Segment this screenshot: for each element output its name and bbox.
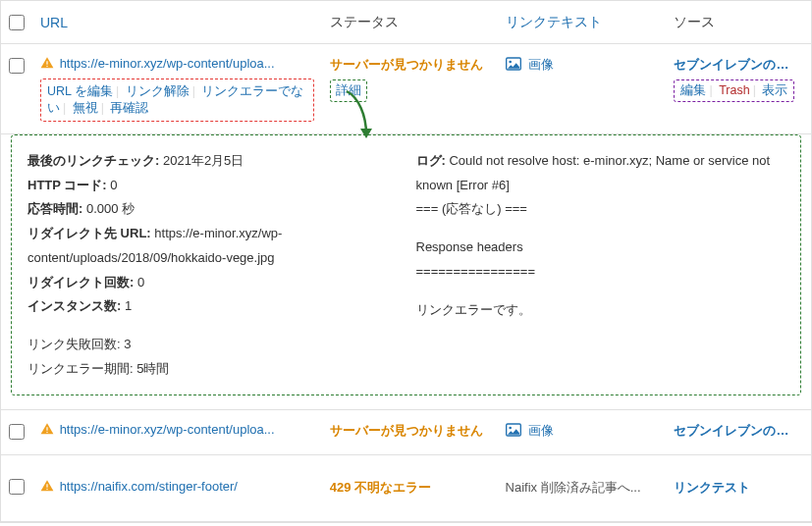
svg-rect-0: [46, 61, 47, 65]
url-link[interactable]: https://naifix.com/stinger-footer/: [60, 479, 238, 494]
row-checkbox[interactable]: [9, 424, 25, 440]
url-link[interactable]: https://e-minor.xyz/wp-content/uploa...: [60, 56, 275, 71]
recheck-action[interactable]: 再確認: [110, 101, 148, 115]
svg-point-7: [509, 427, 512, 430]
source-link[interactable]: セブンイレブンのカ...: [674, 422, 791, 440]
source-actions-box: 編集| Trash| 表示: [674, 79, 794, 102]
image-icon: [506, 57, 521, 74]
details-action[interactable]: 詳細: [336, 83, 361, 97]
url-actions-box: URL を編集| リンク解除| リンクエラーでない| 無視| 再確認: [40, 79, 314, 122]
linktext-link[interactable]: 画像: [528, 423, 554, 438]
view-action[interactable]: 表示: [762, 83, 787, 97]
unlink-action[interactable]: リンク解除: [126, 84, 189, 98]
trash-action[interactable]: Trash: [719, 83, 750, 97]
detail-row: 最後のリンクチェック: 2021年2月5日 HTTP コード: 0 応答時間: …: [1, 134, 811, 410]
status-text: サーバーが見つかりません: [330, 423, 483, 438]
detail-left: 最後のリンクチェック: 2021年2月5日 HTTP コード: 0 応答時間: …: [27, 149, 397, 381]
table-header-row: URL ステータス リンクテキスト ソース: [1, 1, 811, 44]
row-checkbox[interactable]: [9, 58, 25, 74]
linktext-link[interactable]: 画像: [528, 57, 554, 72]
table-row: https://naifix.com/stinger-footer/ 429 不…: [1, 455, 811, 522]
source-link[interactable]: セブンイレブンのカ...: [674, 56, 791, 74]
status-text: 429 不明なエラー: [330, 480, 431, 495]
image-icon: [506, 423, 521, 440]
edit-url-action[interactable]: URL を編集: [47, 84, 113, 98]
svg-rect-1: [46, 66, 47, 67]
edit-action[interactable]: 編集: [680, 83, 706, 97]
detail-panel: 最後のリンクチェック: 2021年2月5日 HTTP コード: 0 応答時間: …: [11, 134, 801, 395]
warning-icon: [40, 56, 54, 73]
status-text: サーバーが見つかりません: [330, 57, 483, 72]
select-all-checkbox[interactable]: [9, 15, 25, 30]
table-row: https://e-minor.xyz/wp-content/uploa... …: [1, 44, 811, 134]
table-row: https://e-minor.xyz/wp-content/uploa... …: [1, 410, 811, 455]
linktext-text: Naifix 削除済み記事へ...: [506, 480, 641, 495]
dismiss-action[interactable]: 無視: [73, 101, 98, 115]
details-box: 詳細: [330, 79, 367, 102]
warning-icon: [40, 479, 54, 496]
svg-point-3: [509, 61, 512, 64]
header-url[interactable]: URL: [40, 15, 68, 30]
svg-rect-9: [46, 489, 47, 490]
svg-rect-8: [46, 485, 47, 489]
source-link[interactable]: リンクテスト: [674, 479, 750, 497]
svg-rect-5: [46, 432, 47, 433]
header-source: ソース: [666, 1, 811, 44]
header-linktext[interactable]: リンクテキスト: [506, 14, 602, 29]
warning-icon: [40, 422, 54, 439]
url-link[interactable]: https://e-minor.xyz/wp-content/uploa...: [60, 422, 275, 437]
row-checkbox[interactable]: [9, 479, 25, 495]
svg-rect-4: [46, 428, 47, 432]
detail-right: ログ: Could not resolve host: e-minor.xyz;…: [416, 149, 785, 381]
header-status: ステータス: [322, 1, 498, 44]
